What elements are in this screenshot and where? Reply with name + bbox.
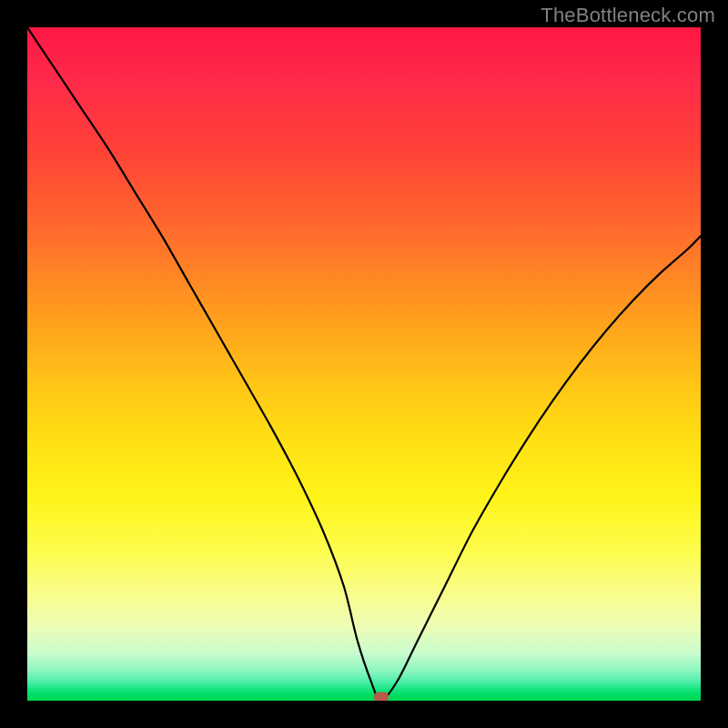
watermark-text: TheBottleneck.com (541, 4, 715, 27)
chart-frame: TheBottleneck.com (0, 0, 728, 728)
gradient-background (27, 27, 701, 701)
optimal-point-marker (374, 693, 389, 702)
plot-area (27, 27, 701, 701)
